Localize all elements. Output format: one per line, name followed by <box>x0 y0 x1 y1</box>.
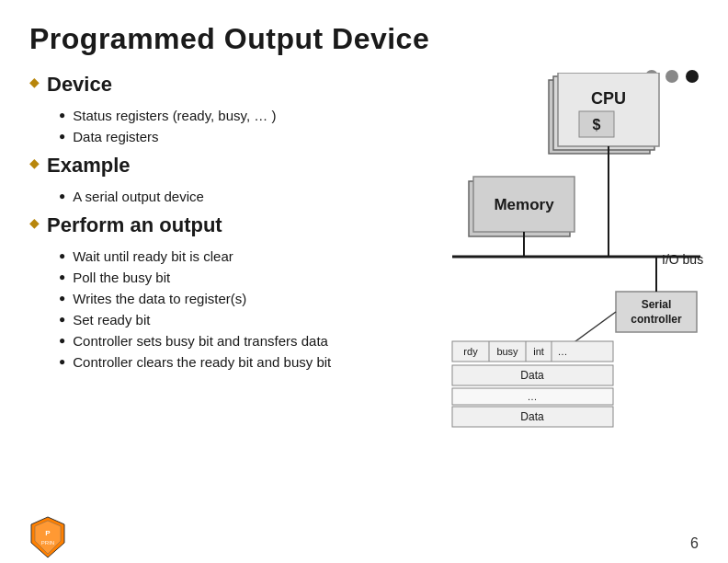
dollar-label: $ <box>593 117 601 132</box>
perform-diamond: ◆ <box>29 215 40 230</box>
perform-item-3: Writes the data to register(s) <box>73 289 246 308</box>
device-title: Device <box>47 73 112 97</box>
bullet-icon: ● <box>59 130 65 143</box>
bullet-icon: ● <box>59 313 65 326</box>
int-label: int <box>533 346 544 357</box>
device-item-1: Status registers (ready, busy, … ) <box>73 106 276 125</box>
device-sub-list: ● Status registers (ready, busy, … ) ● D… <box>59 106 415 146</box>
perform-item-5: Controller sets busy bit and transfers d… <box>73 331 328 350</box>
list-item: ● Poll the busy bit <box>59 268 415 287</box>
diagram-area: CPU $ Memory I/O bus Serial <box>415 73 728 444</box>
data-label-2: Data <box>520 410 544 423</box>
rdy-label: rdy <box>463 346 478 357</box>
perform-item-1: Wait until ready bit is clear <box>73 247 233 266</box>
bullet-icon: ● <box>59 109 65 121</box>
cpu-label: CPU <box>591 89 626 108</box>
device-item-2: Data registers <box>73 127 158 146</box>
list-item: ● Controller clears the ready bit and bu… <box>59 352 415 372</box>
svg-line-12 <box>572 312 616 344</box>
list-item: ● Controller sets busy bit and transfers… <box>59 331 415 350</box>
perform-item-6: Controller clears the ready bit and busy… <box>73 352 331 372</box>
list-item: ● Data registers <box>59 127 415 146</box>
list-item: ● A serial output device <box>59 187 415 206</box>
serial-controller-label: Serial <box>642 298 672 311</box>
dots2-label: … <box>528 391 538 402</box>
bullet-icon: ● <box>59 249 65 262</box>
data-label-1: Data <box>520 369 544 382</box>
list-item: ● Set ready bit <box>59 310 415 329</box>
slide-title: Programmed Output Device <box>29 22 699 56</box>
bullet-icon: ● <box>59 355 65 368</box>
bullet-icon: ● <box>59 292 65 304</box>
left-column: ◆ Device ● Status registers (ready, busy… <box>29 73 415 444</box>
perform-item-2: Poll the busy bit <box>73 268 170 287</box>
perform-section: ◆ Perform an output <box>29 213 415 237</box>
page-number: 6 <box>690 535 699 552</box>
slide: Programmed Output Device ◆ Device ● Stat… <box>0 0 728 563</box>
example-sub-list: ● A serial output device <box>59 187 415 206</box>
list-item: ● Status registers (ready, busy, … ) <box>59 106 415 125</box>
princeton-shield: P PRIN <box>29 515 66 552</box>
svg-text:P: P <box>45 529 51 537</box>
bullet-icon: ● <box>59 334 65 347</box>
svg-text:controller: controller <box>631 313 682 326</box>
example-item-1: A serial output device <box>73 187 204 206</box>
content-area: ◆ Device ● Status registers (ready, busy… <box>29 73 699 444</box>
architecture-diagram: CPU $ Memory I/O bus Serial <box>415 73 728 441</box>
perform-item-4: Set ready bit <box>73 310 150 329</box>
io-bus-label: I/O bus <box>662 252 703 267</box>
memory-label: Memory <box>494 196 554 213</box>
perform-title: Perform an output <box>47 213 222 237</box>
svg-text:PRIN: PRIN <box>41 540 54 546</box>
perform-sub-list: ● Wait until ready bit is clear ● Poll t… <box>59 247 415 372</box>
busy-label: busy <box>496 346 518 357</box>
device-diamond: ◆ <box>29 75 40 89</box>
bullet-icon: ● <box>59 190 65 202</box>
bullet-icon: ● <box>59 270 65 283</box>
list-item: ● Writes the data to register(s) <box>59 289 415 308</box>
device-section: ◆ Device <box>29 73 415 97</box>
example-section: ◆ Example <box>29 154 415 178</box>
example-diamond: ◆ <box>29 155 40 170</box>
example-title: Example <box>47 154 131 178</box>
list-item: ● Wait until ready bit is clear <box>59 247 415 266</box>
dots-label: … <box>558 346 568 357</box>
